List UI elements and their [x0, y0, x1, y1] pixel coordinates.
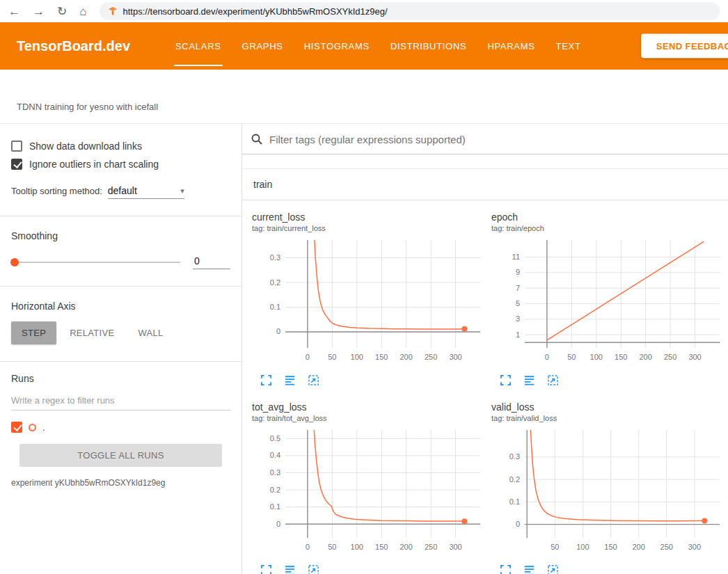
chart-tag: tag: train/tot_avg_loss [252, 414, 486, 422]
tab-scalars[interactable]: SCALARS [165, 22, 232, 70]
expand-chart-icon[interactable] [500, 374, 512, 386]
app-title: TensorBoard.dev [17, 38, 130, 54]
tab-hparams[interactable]: HPARAMS [477, 22, 545, 70]
tab-histograms[interactable]: HISTOGRAMS [294, 22, 380, 70]
run-checkbox-icon[interactable] [11, 422, 22, 433]
runs-label: Runs [11, 373, 230, 384]
chart-toolbar [252, 564, 486, 574]
chart-toolbar [491, 564, 725, 574]
svg-text:11: 11 [512, 253, 520, 261]
back-icon[interactable]: ← [8, 6, 20, 17]
tag-filter-input[interactable] [269, 134, 728, 145]
svg-text:200: 200 [399, 353, 412, 361]
chart-data-list-icon[interactable] [523, 564, 535, 574]
sidebar-divider [0, 216, 242, 216]
browser-toolbar: ← → ↻ ⌂ https://tensorboard.dev/experime… [0, 0, 728, 22]
svg-text:150: 150 [604, 543, 617, 551]
svg-text:9: 9 [516, 268, 520, 276]
svg-text:0: 0 [545, 353, 549, 361]
svg-text:0.2: 0.2 [270, 486, 280, 494]
axis-button-relative[interactable]: RELATIVE [59, 321, 125, 344]
expand-chart-icon[interactable] [260, 564, 272, 574]
svg-text:200: 200 [399, 543, 412, 551]
smoothing-slider-thumb[interactable] [10, 258, 19, 266]
svg-text:5: 5 [516, 299, 520, 308]
axis-button-step[interactable]: STEP [11, 321, 56, 344]
settings-sidebar: Show data download links Ignore outliers… [0, 124, 242, 574]
svg-text:0.3: 0.3 [509, 452, 520, 461]
svg-text:50: 50 [328, 353, 336, 361]
line-chart[interactable]: 05010015020025030000.10.20.30.40.5 [252, 426, 486, 556]
fit-domain-icon[interactable] [547, 374, 559, 386]
svg-text:7: 7 [516, 284, 520, 292]
run-list-item[interactable]: . [11, 422, 230, 433]
svg-text:100: 100 [351, 353, 363, 361]
chart-data-list-icon[interactable] [523, 374, 535, 386]
svg-text:300: 300 [449, 353, 461, 361]
tab-distributions[interactable]: DISTRIBUTIONS [380, 22, 477, 70]
svg-text:100: 100 [576, 543, 589, 551]
svg-text:100: 100 [590, 353, 603, 361]
chart-tag: tag: train/valid_loss [491, 414, 725, 422]
svg-text:100: 100 [351, 543, 363, 551]
send-feedback-button[interactable]: SEND FEEDBACK [641, 34, 728, 58]
expand-chart-icon[interactable] [500, 564, 512, 574]
svg-text:50: 50 [567, 353, 576, 361]
app-header: TensorBoard.dev SCALARSGRAPHSHISTOGRAMSD… [0, 22, 728, 70]
chart-card: current_loss tag: train/current_loss 050… [252, 212, 486, 386]
train-section-header[interactable]: train [242, 169, 728, 200]
experiment-subheader: TDNN training for yesno with icefall [0, 70, 728, 124]
svg-text:3: 3 [516, 314, 520, 323]
show-download-links-checkbox-row[interactable]: Show data download links [11, 141, 230, 152]
chart-title: tot_avg_loss [252, 401, 486, 413]
tooltip-sorting-dropdown[interactable]: default ▾ [108, 185, 184, 199]
expand-chart-icon[interactable] [260, 374, 272, 386]
reload-icon[interactable]: ↻ [57, 6, 67, 17]
tab-text[interactable]: TEXT [546, 22, 592, 70]
checkbox-checked-icon[interactable] [11, 159, 22, 170]
tensorboard-logo-icon [108, 6, 118, 16]
fit-domain-icon[interactable] [308, 374, 319, 386]
address-bar[interactable]: https://tensorboard.dev/experiment/yKUbh… [100, 2, 720, 20]
chart-title: valid_loss [491, 401, 725, 413]
svg-text:0.1: 0.1 [270, 502, 280, 511]
svg-text:150: 150 [375, 353, 388, 361]
svg-text:0: 0 [276, 327, 280, 335]
chart-title: epoch [491, 212, 725, 223]
chart-title: current_loss [252, 212, 486, 223]
forward-icon[interactable]: → [33, 6, 45, 17]
toggle-all-runs-button[interactable]: TOGGLE ALL RUNS [19, 444, 222, 467]
line-chart[interactable]: 5010015020025030000.10.20.3 [491, 426, 725, 556]
checkbox-unchecked-icon[interactable] [11, 141, 22, 152]
line-chart[interactable]: 0501001502002503001357911 [491, 237, 725, 366]
svg-text:200: 200 [639, 353, 651, 361]
svg-text:50: 50 [551, 543, 559, 551]
axis-button-wall[interactable]: WALL [127, 321, 173, 344]
smoothing-slider[interactable] [11, 262, 180, 263]
chart-toolbar [252, 374, 486, 386]
fit-domain-icon[interactable] [547, 564, 559, 574]
home-icon[interactable]: ⌂ [79, 6, 86, 17]
svg-text:0.4: 0.4 [270, 451, 280, 459]
experiment-name: experiment yKUbhb5wRmOSXYkId1z9eg [11, 478, 230, 488]
chart-data-list-icon[interactable] [284, 374, 296, 386]
search-icon [251, 133, 263, 145]
svg-text:250: 250 [425, 543, 437, 551]
chart-data-list-icon[interactable] [284, 564, 296, 574]
nav-tabs: SCALARSGRAPHSHISTOGRAMSDISTRIBUTIONSHPAR… [165, 22, 592, 70]
smoothing-label: Smoothing [11, 230, 230, 241]
svg-text:250: 250 [664, 353, 676, 361]
runs-filter-input[interactable] [11, 392, 230, 410]
line-chart[interactable]: 05010015020025030000.10.20.3 [252, 237, 486, 366]
svg-text:300: 300 [688, 543, 701, 551]
fit-domain-icon[interactable] [308, 564, 319, 574]
tooltip-sorting-row: Tooltip sorting method: default ▾ [11, 185, 230, 199]
tab-graphs[interactable]: GRAPHS [232, 22, 294, 70]
smoothing-value-field[interactable]: 0 [193, 255, 230, 269]
ignore-outliers-checkbox-row[interactable]: Ignore outliers in chart scaling [11, 159, 230, 170]
smoothing-slider-row: 0 [11, 255, 230, 269]
svg-text:300: 300 [688, 353, 701, 361]
experiment-description: TDNN training for yesno with icefall [17, 102, 158, 112]
svg-text:0: 0 [276, 520, 280, 528]
horizontal-axis-label: Horizontal Axis [11, 301, 230, 312]
